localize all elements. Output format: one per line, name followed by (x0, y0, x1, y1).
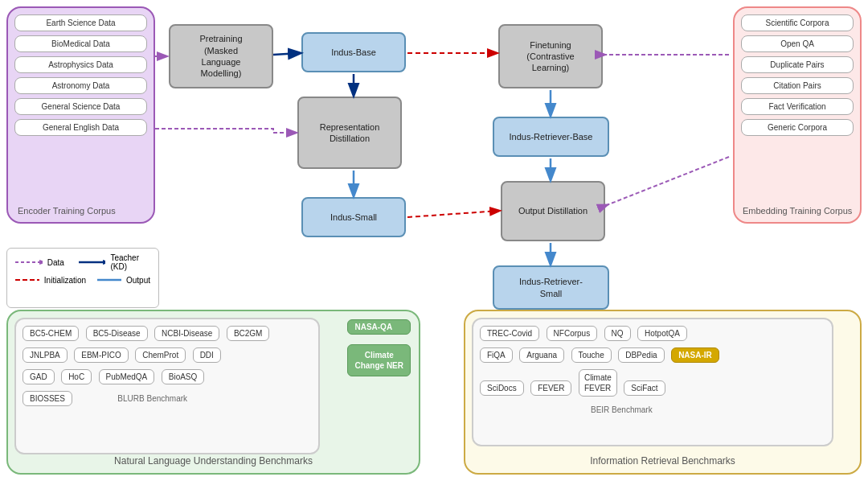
teacher-legend-label: Teacher (KD) (110, 253, 150, 271)
biosses: BIOSSES (23, 391, 72, 406)
ir-benchmark-label: Information Retrieval Benchmarks (590, 455, 735, 467)
open-qa-item: Open QA (741, 35, 854, 52)
pubmedqa: PubMedQA (99, 369, 155, 384)
hotpotqa: HotpotQA (637, 326, 687, 341)
svg-marker-1 (39, 260, 43, 265)
gad: GAD (23, 369, 55, 384)
indus-base-box: Indus-Base (301, 32, 406, 72)
legend-init-row: Initialization Output (15, 275, 150, 285)
climate-change-ner: ClimateChange NER (347, 344, 411, 376)
scifact: SciFact (624, 380, 665, 396)
indus-small-box: Indus-Small (301, 197, 406, 237)
nlp-benchmark-box: BC5-CHEM BC5-Disease NCBI-Disease BC2GM … (6, 310, 420, 475)
ebm-pico: EBM-PICO (74, 347, 128, 363)
nq: NQ (604, 326, 631, 341)
legend-box: Data Teacher (KD) Initialization Output (6, 248, 159, 308)
duplicate-pairs-item: Duplicate Pairs (741, 56, 854, 73)
output-distillation-box: Output Distillation (501, 181, 605, 241)
data-legend-icon (15, 257, 43, 267)
init-legend-icon (15, 275, 39, 285)
encoder-corpus-label: Encoder Training Corpus (18, 206, 116, 216)
finetuning-box: Finetuning(ContrastiveLearning) (498, 24, 603, 88)
bioasq: BioASQ (162, 369, 205, 384)
biomedical-item: BioMedical Data (14, 35, 147, 52)
output-legend-label: Output (126, 276, 150, 285)
representation-distillation-box: RepresentationDistillation (297, 97, 402, 169)
output-legend-icon (97, 275, 121, 285)
indus-retriever-small-box: Indus-Retriever-Small (493, 265, 609, 310)
embedding-corpus-box: Scientific Corpora Open QA Duplicate Pai… (733, 6, 862, 224)
touche: Touche (571, 347, 612, 363)
beir-label: BEIR Benchmark (591, 405, 653, 414)
blurb-label: BLURB Benchmark (117, 394, 187, 403)
ddi: DDI (193, 347, 221, 363)
generic-corpora-item: Generic Corpora (741, 119, 854, 136)
encoder-corpus-box: Earth Science Data BioMedical Data Astro… (6, 6, 155, 224)
fever: FEVER (530, 380, 571, 396)
scidocs: SciDocs (480, 380, 524, 396)
svg-line-17 (607, 157, 729, 205)
general-english-item: General English Data (14, 119, 147, 136)
fiqa: FiQA (480, 347, 513, 363)
beir-inner-box: TREC-Covid NFCorpus NQ HotpotQA FiQA Arg… (472, 318, 833, 446)
nasa-ir: NASA-IR (671, 347, 719, 363)
bc2gm: BC2GM (227, 326, 270, 341)
svg-line-9 (273, 53, 300, 55)
hoc: HoC (61, 369, 92, 384)
chemprot: ChemProt (135, 347, 186, 363)
blurb-inner-box: BC5-CHEM BC5-Disease NCBI-Disease BC2GM … (14, 318, 320, 454)
dbpedia: DBPedia (618, 347, 664, 363)
ir-benchmark-box: TREC-Covid NFCorpus NQ HotpotQA FiQA Arg… (464, 310, 862, 475)
bc5-chem: BC5-CHEM (23, 326, 79, 341)
jnlpba: JNLPBA (23, 347, 68, 363)
arguana: Arguana (519, 347, 564, 363)
fact-verification-item: Fact Verification (741, 98, 854, 115)
bc5-disease: BC5-Disease (86, 326, 148, 341)
svg-marker-3 (103, 260, 106, 265)
diagram: Earth Science Data BioMedical Data Astro… (0, 0, 868, 481)
nfcorpus: NFCorpus (547, 326, 598, 341)
indus-retriever-base-box: Indus-Retriever-Base (493, 117, 609, 157)
nlp-benchmark-label: Natural Language Understanding Benchmark… (114, 455, 313, 467)
embedding-corpus-label: Embedding Training Corpus (743, 206, 852, 216)
astronomy-item: Astronomy Data (14, 77, 147, 94)
citation-pairs-item: Citation Pairs (741, 77, 854, 94)
general-science-item: General Science Data (14, 98, 147, 115)
earth-science-item: Earth Science Data (14, 14, 147, 31)
trec-covid: TREC-Covid (480, 326, 539, 341)
nasa-qa: NASA-QA (347, 319, 411, 335)
svg-line-15 (407, 211, 499, 217)
climate-fever: ClimateFEVER (579, 369, 617, 397)
data-legend-label: Data (47, 258, 64, 267)
astrophysics-item: Astrophysics Data (14, 56, 147, 73)
legend-data-row: Data Teacher (KD) (15, 253, 150, 271)
pretraining-box: Pretraining(MaskedLanguageModelling) (169, 24, 273, 88)
init-legend-label: Initialization (44, 276, 86, 285)
scientific-corpora-item: Scientific Corpora (741, 14, 854, 31)
teacher-legend-icon (79, 257, 106, 267)
ncbi-disease: NCBI-Disease (154, 326, 219, 341)
